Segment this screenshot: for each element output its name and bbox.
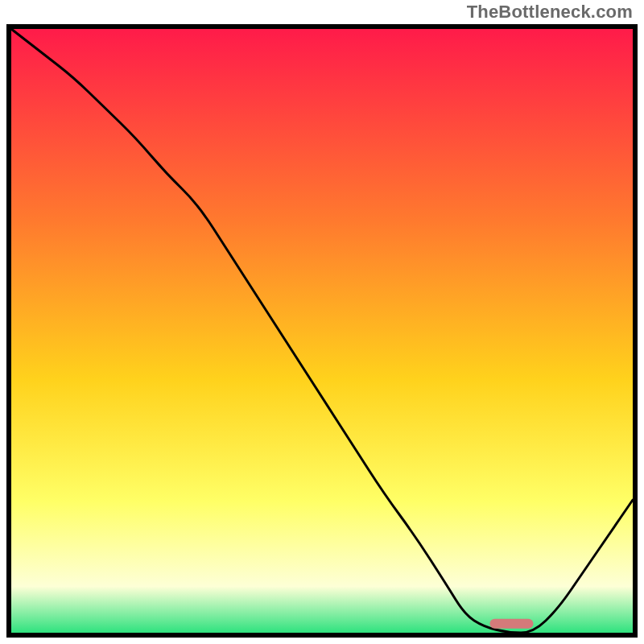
chart-svg	[6, 24, 638, 638]
gradient-background	[9, 27, 635, 635]
plot-area	[6, 24, 638, 638]
chart-container: TheBottleneck.com	[0, 0, 644, 644]
attribution-label: TheBottleneck.com	[467, 2, 633, 23]
optimum-marker	[489, 619, 533, 629]
